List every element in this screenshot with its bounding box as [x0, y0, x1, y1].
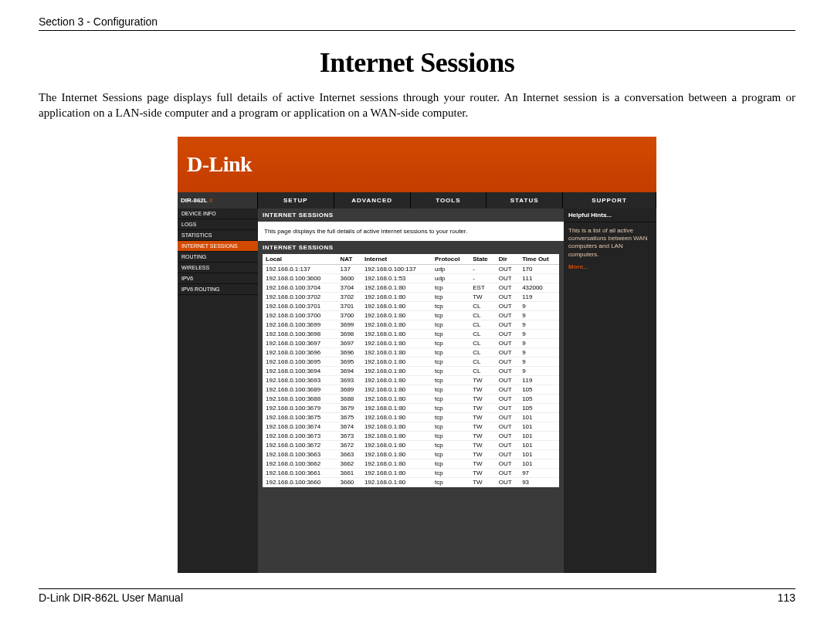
- page-footer: D-Link DIR-862L User Manual 113: [39, 588, 795, 604]
- table-cell: TW: [470, 403, 496, 412]
- table-cell: 170: [519, 264, 559, 273]
- hints-more-link[interactable]: More...: [564, 263, 656, 270]
- hints-panel: Helpful Hints... This is a list of all a…: [564, 208, 656, 573]
- table-cell: 105: [519, 394, 559, 403]
- table-cell: tcp: [432, 403, 470, 412]
- table-cell: 3697: [337, 338, 361, 347]
- table-cell: OUT: [496, 403, 519, 412]
- table-cell: 192.168.0.1:80: [361, 301, 432, 310]
- table-cell: TW: [470, 431, 496, 440]
- tab-setup[interactable]: SETUP: [258, 192, 334, 208]
- table-cell: OUT: [496, 431, 519, 440]
- table-cell: 3695: [337, 357, 361, 366]
- table-cell: OUT: [496, 292, 519, 301]
- table-cell: 192.168.0.1:80: [361, 283, 432, 292]
- table-cell: 192.168.0.1:80: [361, 357, 432, 366]
- table-cell: -: [470, 273, 496, 283]
- table-cell: OUT: [496, 468, 519, 477]
- sidebar-item-device-info[interactable]: DEVICE INFO: [178, 208, 258, 219]
- sidebar-item-internet-sessions[interactable]: INTERNET SESSIONS: [178, 241, 258, 252]
- table-cell: 3704: [337, 283, 361, 292]
- hints-title: Helpful Hints...: [564, 208, 656, 222]
- table-cell: 101: [519, 412, 559, 422]
- table-cell: 192.168.0.100:3695: [263, 357, 337, 366]
- table-cell: udp: [432, 273, 470, 283]
- table-cell: tcp: [432, 431, 470, 440]
- top-tabs: DIR-862L // SETUP ADVANCED TOOLS STATUS …: [178, 192, 656, 208]
- table-row: 192.168.0.100:36733673192.168.0.1:80tcpT…: [263, 431, 559, 440]
- table-row: 192.168.0.100:36893689192.168.0.1:80tcpT…: [263, 385, 559, 394]
- table-cell: TW: [470, 449, 496, 459]
- panel-heading-2: INTERNET SESSIONS: [258, 241, 564, 254]
- table-cell: 3701: [337, 301, 361, 310]
- table-cell: OUT: [496, 357, 519, 366]
- table-cell: 192.168.0.1:80: [361, 468, 432, 477]
- table-cell: 192.168.0.1:80: [361, 320, 432, 329]
- table-cell: OUT: [496, 283, 519, 292]
- table-cell: 192.168.0.100:137: [361, 264, 432, 273]
- sidebar-item-statistics[interactable]: STATISTICS: [178, 230, 258, 241]
- table-row: 192.168.0.100:36753675192.168.0.1:80tcpT…: [263, 412, 559, 422]
- hints-body: This is a list of all active conversatio…: [564, 222, 656, 264]
- table-cell: 192.168.0.1:80: [361, 292, 432, 301]
- table-cell: CL: [470, 338, 496, 347]
- table-cell: 192.168.0.1:80: [361, 431, 432, 440]
- table-cell: OUT: [496, 301, 519, 310]
- table-cell: 97: [519, 468, 559, 477]
- table-cell: tcp: [432, 301, 470, 310]
- table-row: 192.168.0.100:36613661192.168.0.1:80tcpT…: [263, 468, 559, 477]
- table-cell: 192.168.0.1:80: [361, 310, 432, 320]
- tab-advanced[interactable]: ADVANCED: [334, 192, 411, 208]
- sidebar-item-logs[interactable]: LOGS: [178, 219, 258, 230]
- table-cell: tcp: [432, 329, 470, 338]
- table-cell: 3694: [337, 366, 361, 375]
- table-cell: 192.168.0.1:53: [361, 273, 432, 283]
- table-cell: 192.168.0.1:80: [361, 412, 432, 422]
- sidebar-item-routing[interactable]: ROUTING: [178, 252, 258, 263]
- table-cell: tcp: [432, 320, 470, 329]
- footer-right: 113: [778, 591, 795, 604]
- table-cell: 119: [519, 375, 559, 385]
- table-cell: 3689: [337, 385, 361, 394]
- table-cell: CL: [470, 320, 496, 329]
- table-row: 192.168.0.100:36963696192.168.0.1:80tcpC…: [263, 347, 559, 357]
- tab-support[interactable]: SUPPORT: [563, 192, 656, 208]
- table-row: 192.168.0.100:36983698192.168.0.1:80tcpC…: [263, 329, 559, 338]
- table-cell: OUT: [496, 422, 519, 431]
- table-cell: 192.168.0.100:3672: [263, 440, 337, 449]
- table-cell: tcp: [432, 394, 470, 403]
- table-cell: 101: [519, 431, 559, 440]
- table-cell: 3672: [337, 440, 361, 449]
- table-row: 192.168.0.100:37003700192.168.0.1:80tcpC…: [263, 310, 559, 320]
- table-cell: 9: [519, 366, 559, 375]
- table-cell: 192.168.0.100:3673: [263, 431, 337, 440]
- table-cell: OUT: [496, 310, 519, 320]
- table-row: 192.168.0.100:37043704192.168.0.1:80tcpE…: [263, 283, 559, 292]
- table-cell: 192.168.0.100:3689: [263, 385, 337, 394]
- column-header: Protocol: [432, 254, 470, 265]
- table-cell: 192.168.0.100:3660: [263, 477, 337, 486]
- table-cell: 3700: [337, 310, 361, 320]
- sidebar-item-ipv6[interactable]: IPV6: [178, 273, 258, 284]
- table-cell: 192.168.0.100:3662: [263, 459, 337, 468]
- table-cell: tcp: [432, 375, 470, 385]
- table-row: 192.168.0.100:36743674192.168.0.1:80tcpT…: [263, 422, 559, 431]
- table-cell: 192.168.0.1:80: [361, 449, 432, 459]
- sidebar-item-wireless[interactable]: WIRELESS: [178, 263, 258, 273]
- table-cell: 192.168.0.100:3693: [263, 375, 337, 385]
- table-cell: 3660: [337, 477, 361, 486]
- table-cell: TW: [470, 394, 496, 403]
- table-cell: 192.168.0.1:80: [361, 422, 432, 431]
- column-header: Time Out: [519, 254, 559, 265]
- sidebar-item-ipv6-routing[interactable]: IPV6 ROUTING: [178, 284, 258, 295]
- tab-tools[interactable]: TOOLS: [411, 192, 487, 208]
- table-cell: 3662: [337, 459, 361, 468]
- table-cell: OUT: [496, 440, 519, 449]
- table-cell: tcp: [432, 459, 470, 468]
- table-cell: 137: [337, 264, 361, 273]
- table-cell: EST: [470, 283, 496, 292]
- tab-status[interactable]: STATUS: [486, 192, 563, 208]
- table-cell: 192.168.0.100:3702: [263, 292, 337, 301]
- table-cell: OUT: [496, 366, 519, 375]
- table-cell: OUT: [496, 394, 519, 403]
